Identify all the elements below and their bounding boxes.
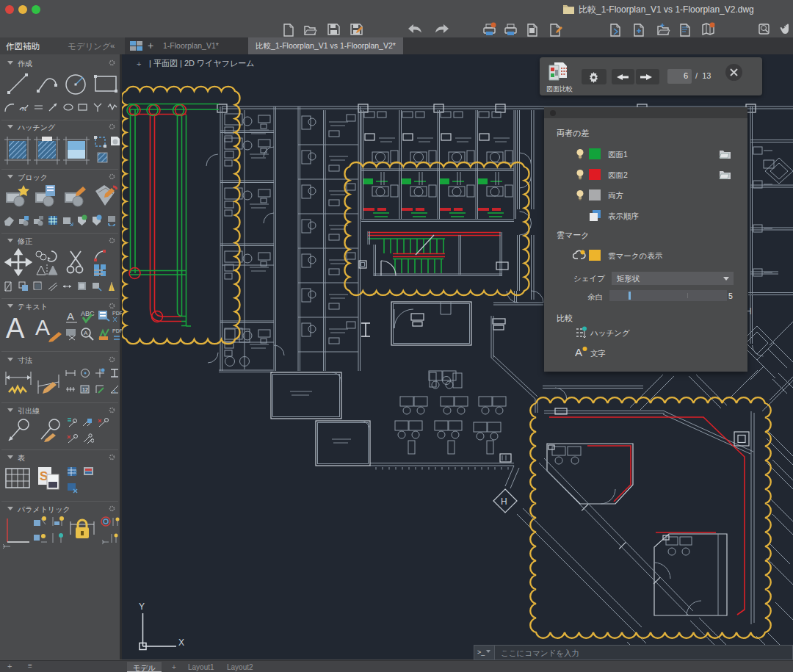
svg-text:ABC: ABC: [81, 310, 95, 317]
svg-text:X: X: [73, 469, 78, 476]
svg-text:X: X: [178, 637, 184, 648]
svg-text:N: N: [22, 106, 26, 112]
svg-text:PDF: PDF: [112, 311, 122, 316]
svg-text:A: A: [575, 346, 582, 358]
svg-text:H: H: [501, 496, 507, 507]
svg-text:A: A: [84, 330, 88, 336]
svg-text:A: A: [35, 315, 50, 339]
svg-text:PDF: PDF: [112, 328, 122, 333]
svg-text:A: A: [6, 313, 25, 344]
svg-text:A: A: [67, 310, 74, 322]
svg-text:Y: Y: [139, 601, 145, 612]
svg-text:12: 12: [82, 387, 88, 392]
